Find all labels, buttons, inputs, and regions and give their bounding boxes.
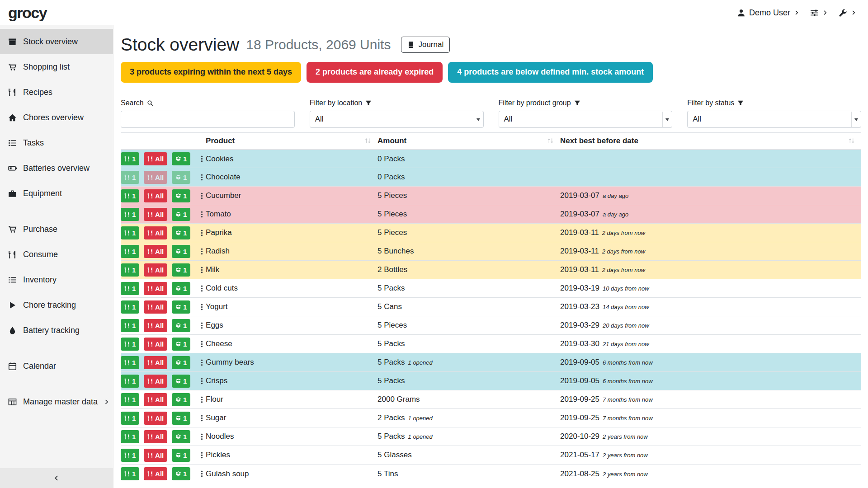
consume-all-button[interactable]: All: [144, 226, 167, 239]
open-one-button[interactable]: 1: [172, 430, 190, 443]
consume-one-button[interactable]: 1: [121, 263, 139, 277]
row-menu-button[interactable]: [198, 396, 206, 404]
status-select[interactable]: All: [687, 111, 861, 128]
open-one-button[interactable]: 1: [172, 467, 190, 480]
row-menu-button[interactable]: [198, 470, 206, 478]
consume-one-button[interactable]: 1: [121, 319, 139, 332]
row-menu-button[interactable]: [198, 451, 206, 459]
search-input[interactable]: [121, 111, 295, 128]
sidebar-item-recipes[interactable]: Recipes: [0, 80, 113, 105]
consume-one-button[interactable]: 1: [121, 282, 139, 295]
consume-all-button[interactable]: All: [144, 208, 167, 221]
consume-all-button[interactable]: All: [144, 319, 167, 332]
sidebar-item-equipment[interactable]: Equipment: [0, 181, 113, 206]
consume-all-button[interactable]: All: [144, 375, 167, 388]
product-column-header[interactable]: Product: [206, 132, 377, 150]
sidebar-item-manage-master-data[interactable]: Manage master data: [0, 389, 113, 414]
consume-all-button[interactable]: All: [144, 171, 167, 184]
sidebar-item-calendar[interactable]: Calendar: [0, 353, 113, 379]
journal-button[interactable]: Journal: [401, 37, 450, 53]
user-menu[interactable]: Demo User: [737, 8, 799, 18]
sidebar-item-chore-tracking[interactable]: Chore tracking: [0, 292, 113, 318]
row-menu-button[interactable]: [198, 433, 206, 441]
row-menu-button[interactable]: [198, 340, 206, 348]
open-one-button[interactable]: 1: [172, 449, 190, 462]
consume-one-button[interactable]: 1: [121, 208, 139, 221]
consume-one-button[interactable]: 1: [121, 356, 139, 369]
consume-one-button[interactable]: 1: [121, 189, 139, 202]
location-select[interactable]: All: [310, 111, 484, 128]
consume-all-button[interactable]: All: [144, 189, 167, 202]
consume-all-button[interactable]: All: [144, 152, 167, 165]
consume-all-button[interactable]: All: [144, 467, 167, 480]
sidebar-item-consume[interactable]: Consume: [0, 242, 113, 267]
consume-all-button[interactable]: All: [144, 245, 167, 258]
row-menu-button[interactable]: [198, 303, 206, 311]
admin-menu[interactable]: [839, 9, 856, 17]
consume-all-button[interactable]: All: [144, 300, 167, 314]
consume-one-button[interactable]: 1: [121, 226, 139, 239]
consume-one-button[interactable]: 1: [121, 152, 139, 165]
product-group-select[interactable]: All: [499, 111, 673, 128]
open-one-button[interactable]: 1: [172, 319, 190, 332]
sidebar-item-stock-overview[interactable]: Stock overview: [0, 29, 113, 54]
sidebar-item-shopping-list[interactable]: Shopping list: [0, 54, 113, 80]
settings-menu[interactable]: [810, 9, 828, 17]
consume-one-button[interactable]: 1: [121, 338, 139, 351]
sort-icon[interactable]: [547, 137, 554, 144]
sidebar-item-chores-overview[interactable]: Chores overview: [0, 105, 113, 130]
sidebar-item-tasks[interactable]: Tasks: [0, 130, 113, 155]
consume-all-button[interactable]: All: [144, 449, 167, 462]
consume-one-button[interactable]: 1: [121, 430, 139, 443]
sidebar-item-inventory[interactable]: Inventory: [0, 267, 113, 292]
alert-expiring-soon[interactable]: 3 products expiring within the next 5 da…: [121, 62, 301, 83]
alert-below-min[interactable]: 4 products are below defined min. stock …: [448, 62, 653, 83]
open-one-button[interactable]: 1: [172, 208, 190, 221]
amount-column-header[interactable]: Amount: [377, 132, 560, 150]
row-menu-button[interactable]: [198, 155, 206, 163]
consume-all-button[interactable]: All: [144, 356, 167, 369]
consume-one-button[interactable]: 1: [121, 467, 139, 480]
row-menu-button[interactable]: [198, 174, 206, 181]
consume-one-button[interactable]: 1: [121, 449, 139, 462]
open-one-button[interactable]: 1: [172, 152, 190, 165]
open-one-button[interactable]: 1: [172, 171, 190, 184]
row-menu-button[interactable]: [198, 359, 206, 366]
consume-one-button[interactable]: 1: [121, 171, 139, 184]
sidebar-collapse-button[interactable]: [0, 468, 113, 488]
consume-one-button[interactable]: 1: [121, 300, 139, 314]
consume-one-button[interactable]: 1: [121, 375, 139, 388]
consume-all-button[interactable]: All: [144, 282, 167, 295]
consume-all-button[interactable]: All: [144, 263, 167, 277]
grocy-logo[interactable]: grocy: [8, 4, 47, 22]
row-menu-button[interactable]: [198, 285, 206, 292]
row-menu-button[interactable]: [198, 322, 206, 329]
sort-icon[interactable]: [364, 137, 371, 144]
row-menu-button[interactable]: [198, 192, 206, 200]
row-menu-button[interactable]: [198, 211, 206, 218]
open-one-button[interactable]: 1: [172, 375, 190, 388]
alert-expired[interactable]: 2 products are already expired: [307, 62, 443, 83]
consume-all-button[interactable]: All: [144, 393, 167, 406]
open-one-button[interactable]: 1: [172, 393, 190, 406]
sidebar-item-battery-tracking[interactable]: Battery tracking: [0, 318, 113, 343]
row-menu-button[interactable]: [198, 414, 206, 422]
open-one-button[interactable]: 1: [172, 282, 190, 295]
open-one-button[interactable]: 1: [172, 189, 190, 202]
row-menu-button[interactable]: [198, 377, 206, 385]
bbd-column-header[interactable]: Next best before date: [560, 132, 861, 150]
row-menu-button[interactable]: [198, 229, 206, 237]
sidebar-item-batteries-overview[interactable]: Batteries overview: [0, 155, 113, 181]
consume-one-button[interactable]: 1: [121, 245, 139, 258]
consume-one-button[interactable]: 1: [121, 412, 139, 425]
consume-all-button[interactable]: All: [144, 412, 167, 425]
open-one-button[interactable]: 1: [172, 338, 190, 351]
sidebar-item-purchase[interactable]: Purchase: [0, 216, 113, 242]
open-one-button[interactable]: 1: [172, 300, 190, 314]
consume-all-button[interactable]: All: [144, 338, 167, 351]
open-one-button[interactable]: 1: [172, 245, 190, 258]
open-one-button[interactable]: 1: [172, 412, 190, 425]
row-menu-button[interactable]: [198, 248, 206, 255]
open-one-button[interactable]: 1: [172, 263, 190, 277]
consume-all-button[interactable]: All: [144, 430, 167, 443]
